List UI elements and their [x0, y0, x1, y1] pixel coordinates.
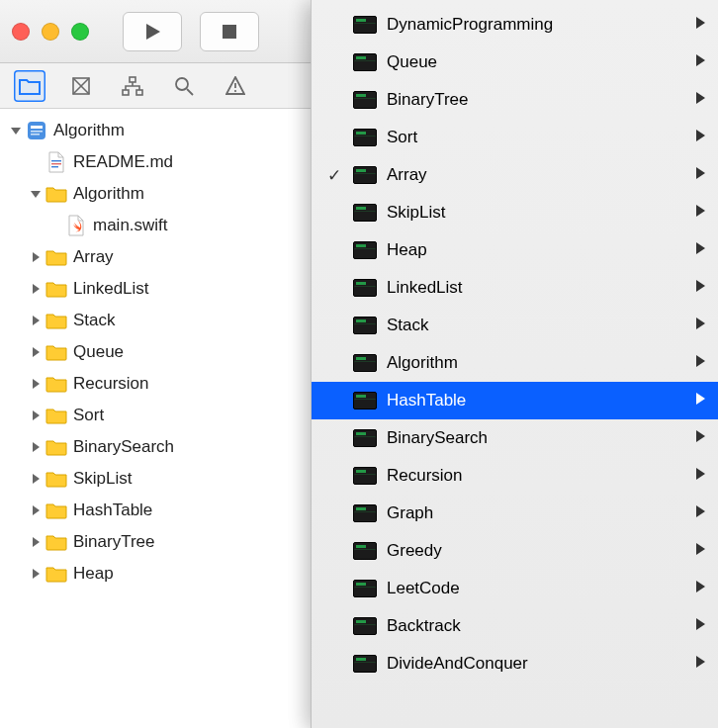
- folder-icon: [45, 531, 67, 553]
- scheme-menu-item[interactable]: LinkedList: [312, 269, 718, 307]
- issue-navigator-icon[interactable]: [220, 70, 251, 102]
- find-navigator-icon[interactable]: [168, 70, 200, 102]
- disclosure-right-icon[interactable]: [28, 408, 44, 423]
- scheme-menu-item[interactable]: HashTable: [312, 382, 718, 419]
- scheme-menu-item[interactable]: BinaryTree: [312, 81, 718, 119]
- folder-icon: [45, 405, 67, 426]
- scheme-menu-item[interactable]: Sort: [312, 119, 718, 156]
- disclosure-right-icon[interactable]: [28, 313, 44, 328]
- tree-label: Sort: [73, 406, 104, 425]
- svg-rect-16: [31, 131, 43, 133]
- svg-rect-20: [51, 166, 58, 167]
- run-button[interactable]: [123, 12, 182, 51]
- executable-target-icon: [353, 542, 377, 560]
- executable-target-icon: [353, 429, 377, 447]
- disclosure-right-icon[interactable]: [28, 344, 44, 360]
- minimize-window-button[interactable]: [42, 23, 59, 41]
- source-control-navigator-icon[interactable]: [65, 70, 97, 102]
- tree-label: Queue: [73, 342, 124, 362]
- executable-target-icon: [353, 241, 377, 259]
- svg-marker-41: [696, 318, 705, 329]
- scheme-menu-item[interactable]: Backtrack: [312, 607, 718, 645]
- tree-label: Stack: [73, 311, 116, 330]
- submenu-arrow-icon: [694, 503, 706, 523]
- scheme-menu-item[interactable]: Graph: [312, 495, 718, 532]
- scheme-menu-item-label: Sort: [387, 128, 684, 147]
- scheme-menu-item[interactable]: BinarySearch: [312, 419, 718, 457]
- submenu-arrow-icon: [694, 616, 706, 636]
- scheme-menu-item[interactable]: Recursion: [312, 457, 718, 495]
- scheme-menu-item-label: Heap: [387, 240, 684, 260]
- scheme-menu-item[interactable]: Queue: [312, 44, 718, 81]
- executable-target-icon: [353, 166, 377, 184]
- project-navigator-icon[interactable]: [14, 70, 45, 102]
- disclosure-right-icon[interactable]: [28, 439, 44, 455]
- disclosure-right-icon[interactable]: [28, 249, 44, 265]
- scheme-menu: DynamicProgramming Queue BinaryTree Sort…: [311, 0, 718, 728]
- svg-marker-27: [33, 410, 40, 420]
- swift-file-icon: [65, 215, 87, 236]
- scheme-menu-item[interactable]: DivideAndConquer: [312, 645, 718, 682]
- disclosure-down-icon[interactable]: [8, 123, 24, 138]
- scheme-menu-item-label: Array: [387, 165, 684, 185]
- submenu-arrow-icon: [694, 128, 706, 147]
- tree-label: BinaryTree: [73, 532, 155, 552]
- submenu-arrow-icon: [694, 15, 706, 35]
- scheme-menu-item-label: Graph: [387, 503, 684, 523]
- scheme-menu-item[interactable]: LeetCode: [312, 570, 718, 607]
- zoom-window-button[interactable]: [71, 23, 89, 41]
- tree-label: Algorithm: [73, 184, 144, 204]
- disclosure-right-icon[interactable]: [28, 471, 44, 487]
- svg-rect-18: [51, 160, 61, 161]
- submenu-arrow-icon: [694, 391, 706, 410]
- svg-marker-44: [696, 430, 705, 442]
- scheme-menu-item[interactable]: DynamicProgramming: [312, 6, 718, 44]
- executable-target-icon: [353, 467, 377, 485]
- svg-marker-47: [696, 543, 705, 555]
- symbol-navigator-icon[interactable]: [117, 70, 148, 102]
- svg-rect-17: [31, 134, 40, 136]
- disclosure-right-icon[interactable]: [28, 376, 44, 392]
- submenu-arrow-icon: [694, 579, 706, 598]
- scheme-menu-item[interactable]: ✓ Array: [312, 156, 718, 194]
- svg-rect-19: [51, 163, 61, 164]
- svg-marker-34: [696, 54, 705, 66]
- svg-marker-32: [33, 569, 40, 579]
- folder-icon: [45, 563, 67, 585]
- scheme-menu-item[interactable]: Algorithm: [312, 344, 718, 382]
- submenu-arrow-icon: [694, 316, 706, 335]
- submenu-arrow-icon: [694, 541, 706, 561]
- stop-button[interactable]: [200, 12, 259, 51]
- svg-marker-45: [696, 468, 705, 480]
- scheme-menu-item[interactable]: Greedy: [312, 532, 718, 570]
- svg-point-8: [176, 78, 188, 90]
- disclosure-down-icon[interactable]: [28, 186, 44, 202]
- svg-marker-43: [696, 393, 705, 405]
- submenu-arrow-icon: [694, 278, 706, 298]
- tree-label: SkipList: [73, 469, 133, 489]
- folder-icon: [45, 341, 67, 363]
- scheme-menu-item[interactable]: Stack: [312, 307, 718, 344]
- submenu-arrow-icon: [694, 165, 706, 185]
- svg-marker-38: [696, 205, 705, 217]
- tree-label: Heap: [73, 564, 114, 584]
- disclosure-right-icon[interactable]: [28, 534, 44, 550]
- svg-marker-30: [33, 505, 40, 515]
- scheme-menu-item[interactable]: SkipList: [312, 194, 718, 231]
- window-controls: [12, 23, 89, 41]
- scheme-menu-item[interactable]: Heap: [312, 231, 718, 269]
- submenu-arrow-icon: [694, 654, 706, 674]
- svg-marker-26: [33, 379, 40, 389]
- svg-marker-22: [33, 252, 40, 262]
- close-window-button[interactable]: [12, 23, 30, 41]
- svg-marker-48: [696, 581, 705, 592]
- executable-target-icon: [353, 580, 377, 597]
- disclosure-right-icon[interactable]: [28, 502, 44, 518]
- svg-marker-36: [696, 130, 705, 141]
- disclosure-right-icon[interactable]: [28, 281, 44, 297]
- disclosure-right-icon[interactable]: [28, 566, 44, 582]
- svg-marker-31: [33, 537, 40, 547]
- svg-marker-50: [696, 656, 705, 668]
- svg-rect-6: [123, 90, 129, 95]
- scheme-menu-item-label: SkipList: [387, 203, 684, 223]
